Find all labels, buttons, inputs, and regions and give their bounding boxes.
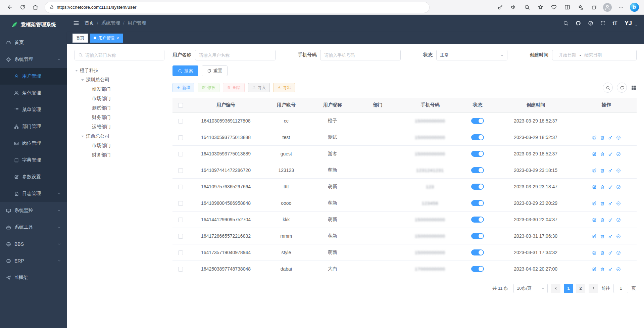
- row-checkbox[interactable]: [178, 135, 183, 140]
- row-checkbox[interactable]: [178, 119, 183, 124]
- delete-icon[interactable]: [600, 185, 605, 189]
- sidebar-item-param[interactable]: 参数设置: [0, 169, 67, 185]
- import-button[interactable]: 导入: [248, 83, 270, 92]
- edit-icon[interactable]: [592, 201, 597, 206]
- fullscreen-icon[interactable]: [600, 20, 606, 26]
- tree-node[interactable]: 深圳总公司: [75, 75, 164, 85]
- reset-password-icon[interactable]: [608, 218, 613, 222]
- edit-icon[interactable]: [592, 185, 597, 189]
- sidebar-item-system[interactable]: 系统管理: [0, 51, 67, 68]
- sidebar-collapse-icon[interactable]: [73, 20, 79, 26]
- next-page-button[interactable]: [589, 284, 598, 293]
- sidebar-item-tool[interactable]: 系统工具: [0, 219, 67, 236]
- select-all-checkbox[interactable]: [178, 103, 183, 108]
- favorites-icon[interactable]: [575, 2, 586, 13]
- reset-password-icon[interactable]: [608, 185, 613, 189]
- edit-icon[interactable]: [592, 218, 597, 222]
- search-button[interactable]: 搜索: [172, 65, 198, 76]
- assign-role-icon[interactable]: [616, 201, 621, 206]
- address-bar[interactable]: https://ccnetcore.com:1101/system/user: [45, 2, 429, 13]
- prev-page-button[interactable]: [551, 284, 560, 293]
- zoom-icon[interactable]: [521, 2, 533, 13]
- reset-password-icon[interactable]: [608, 250, 613, 255]
- user-avatar-logo[interactable]: YJ: [625, 19, 632, 27]
- row-checkbox[interactable]: [178, 168, 183, 173]
- row-checkbox[interactable]: [178, 185, 183, 189]
- sidebar-item-menu[interactable]: 菜单管理: [0, 101, 67, 118]
- sidebar-item-home[interactable]: 首页: [0, 34, 67, 51]
- collections-icon[interactable]: [588, 2, 600, 13]
- reset-password-icon[interactable]: [608, 135, 613, 140]
- delete-icon[interactable]: [600, 135, 605, 140]
- tree-node[interactable]: 财务部门: [75, 150, 164, 160]
- delete-icon[interactable]: [600, 250, 605, 255]
- row-checkbox[interactable]: [178, 201, 183, 206]
- add-button[interactable]: 新增: [172, 83, 194, 92]
- assign-role-icon[interactable]: [616, 168, 621, 173]
- assign-role-icon[interactable]: [616, 267, 621, 272]
- assign-role-icon[interactable]: [616, 250, 621, 255]
- breadcrumb-item[interactable]: 系统管理: [101, 20, 128, 26]
- export-button[interactable]: 导出: [273, 83, 295, 92]
- edit-button[interactable]: 修改: [198, 83, 219, 92]
- app-logo[interactable]: 意框架管理系统: [0, 15, 67, 34]
- page-size-select[interactable]: 10条/页: [513, 284, 548, 293]
- row-checkbox[interactable]: [178, 234, 183, 239]
- reset-password-icon[interactable]: [608, 267, 613, 272]
- edit-icon[interactable]: [592, 250, 597, 255]
- status-toggle[interactable]: [471, 233, 484, 239]
- status-toggle[interactable]: [471, 266, 484, 272]
- status-toggle[interactable]: [471, 151, 484, 157]
- home-icon[interactable]: [30, 2, 41, 13]
- breadcrumb-item[interactable]: 首页: [85, 20, 101, 26]
- tree-node[interactable]: 市场部门: [75, 94, 164, 103]
- assign-role-icon[interactable]: [616, 152, 621, 156]
- username-field[interactable]: [195, 50, 276, 60]
- delete-icon[interactable]: [600, 168, 605, 173]
- delete-button[interactable]: 删除: [223, 83, 245, 92]
- password-key-icon[interactable]: [494, 2, 506, 13]
- sidebar-item-monitor[interactable]: 系统监控: [0, 202, 67, 219]
- tree-node[interactable]: 研发部门: [75, 85, 164, 94]
- reset-password-icon[interactable]: [608, 234, 613, 239]
- tree-node[interactable]: 江西总公司: [75, 132, 164, 141]
- tree-node[interactable]: 市场部门: [75, 141, 164, 150]
- phone-input[interactable]: [324, 53, 397, 58]
- username-input[interactable]: [199, 53, 271, 58]
- tab-用户管理[interactable]: 用户管理×: [90, 34, 123, 43]
- refresh-button[interactable]: [617, 83, 627, 93]
- row-checkbox[interactable]: [178, 152, 183, 156]
- assign-role-icon[interactable]: [616, 218, 621, 222]
- copilot-icon[interactable]: b: [629, 2, 640, 13]
- edit-icon[interactable]: [592, 135, 597, 140]
- goto-page-input[interactable]: [613, 284, 628, 293]
- sidebar-item-dict[interactable]: 字典管理: [0, 152, 67, 169]
- dept-search-box[interactable]: [75, 50, 164, 60]
- tab-首页[interactable]: 首页: [72, 34, 88, 43]
- close-icon[interactable]: ×: [116, 36, 119, 40]
- tree-node[interactable]: 橙子科技: [75, 66, 164, 75]
- sidebar-item-bbs[interactable]: BBS: [0, 236, 67, 252]
- delete-icon[interactable]: [600, 218, 605, 222]
- sidebar-item-user[interactable]: 用户管理: [0, 68, 67, 85]
- date-range-picker[interactable]: 开始日期 - 结束日期: [552, 50, 637, 60]
- reset-password-icon[interactable]: [608, 201, 613, 206]
- search-toggle-button[interactable]: [603, 83, 613, 93]
- page-button-1[interactable]: 1: [564, 284, 573, 293]
- browser-essentials-icon[interactable]: [548, 2, 559, 13]
- dept-search-input[interactable]: [85, 53, 161, 58]
- sidebar-item-dept[interactable]: 部门管理: [0, 118, 67, 135]
- status-toggle[interactable]: [471, 200, 484, 206]
- reset-button[interactable]: 重置: [202, 65, 228, 76]
- tree-node[interactable]: 运维部门: [75, 122, 164, 132]
- page-button-2[interactable]: 2: [576, 284, 585, 293]
- status-toggle[interactable]: [471, 249, 484, 255]
- help-icon[interactable]: [588, 20, 593, 26]
- row-checkbox[interactable]: [178, 218, 183, 222]
- tree-node[interactable]: 财务部门: [75, 113, 164, 122]
- status-toggle[interactable]: [471, 134, 484, 140]
- github-icon[interactable]: [576, 20, 581, 26]
- reset-password-icon[interactable]: [608, 168, 613, 173]
- tree-node[interactable]: 测试部门: [75, 103, 164, 113]
- profile-avatar[interactable]: [602, 2, 613, 13]
